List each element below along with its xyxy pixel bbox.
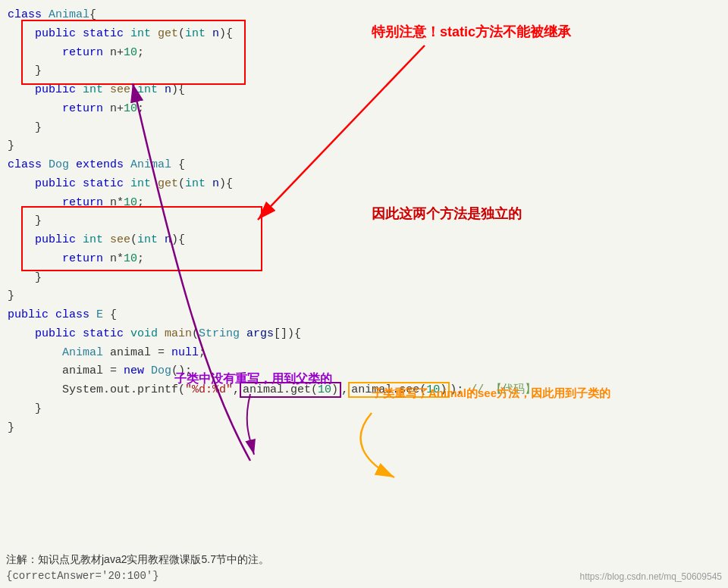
code-line-10: public static int get(int n){ [35,175,720,194]
code-line-22: } [35,400,720,419]
code-line-19: Animal animal = null; [62,344,720,363]
code-line-9: class Dog extends Animal { [8,156,720,175]
code-line-7: } [35,119,720,138]
code-line-17: public class E { [8,306,720,325]
code-line-18: public static void main(String args[]){ [35,325,720,344]
dog-get-box [21,206,262,271]
footnote: 注解：知识点见教材java2实用教程微课版5.7节中的注。 [6,553,269,567]
code-line-8: } [8,137,720,156]
code-line-16: } [8,287,720,306]
annotation-static-note: 特别注意！static方法不能被继承 [372,23,571,41]
code-line-20: animal = new Dog(); [62,362,720,381]
watermark: https://blog.csdn.net/mq_50609545 [580,571,722,582]
animal-get-box [21,20,246,85]
answer-text: {correctAnswer='20:100'} [6,570,159,582]
annotation-override-note: 子类重写了Animal的see方法，因此用到子类的 [372,386,610,401]
annotation-parent-note: 子类中没有重写，用到父类的 [174,371,332,387]
code-line-23: } [8,419,720,438]
code-line-15: } [35,269,720,288]
annotation-independent-note: 因此这两个方法是独立的 [372,205,522,223]
code-line-6: return n+10; [62,100,720,119]
